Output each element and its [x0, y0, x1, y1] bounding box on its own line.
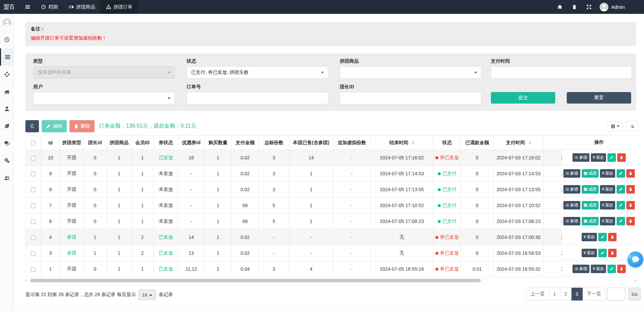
settings-gears-icon[interactable]: [629, 0, 644, 14]
select-all-checkbox[interactable]: [26, 136, 41, 150]
trash-icon[interactable]: [567, 0, 582, 14]
cell-checkbox[interactable]: [26, 214, 41, 229]
refund-button[interactable]: ¥退款: [600, 185, 616, 194]
refresh-button[interactable]: [25, 120, 39, 132]
sidebar-item-bars[interactable]: [0, 48, 14, 66]
sort-icon[interactable]: [412, 141, 414, 145]
delete-button[interactable]: [626, 217, 635, 225]
edit-button[interactable]: [617, 169, 625, 178]
row-checkbox[interactable]: [31, 156, 36, 160]
cell-checkbox[interactable]: [26, 198, 41, 214]
edit-button[interactable]: [617, 185, 625, 194]
cell-checkbox[interactable]: [26, 261, 41, 277]
sidebar-item-users[interactable]: [0, 169, 14, 186]
edit-button[interactable]: [617, 201, 625, 209]
delete-button[interactable]: [617, 153, 626, 162]
search-button[interactable]: [626, 121, 638, 131]
sidebar-item-cubes[interactable]: [0, 66, 14, 83]
cell-checkbox[interactable]: [26, 229, 41, 245]
cell-checkbox[interactable]: [26, 182, 41, 198]
row-checkbox[interactable]: [31, 251, 36, 256]
join-button[interactable]: 参团: [573, 153, 589, 162]
row-checkbox[interactable]: [31, 219, 36, 224]
sidebar-toggle-button[interactable]: [20, 0, 36, 14]
sidebar-item-comments[interactable]: [0, 135, 14, 152]
filter-type-select[interactable]: 没有选中任何项: [33, 66, 175, 79]
page-button-上一页[interactable]: 上一页: [526, 288, 549, 301]
group-button[interactable]: 成团: [582, 201, 599, 209]
refund-button[interactable]: ¥退款: [600, 169, 616, 178]
avatar[interactable]: [600, 3, 608, 12]
edit-button[interactable]: [607, 265, 616, 273]
delete-button[interactable]: [626, 185, 635, 194]
join-button[interactable]: 参团: [563, 185, 580, 194]
refund-button[interactable]: ¥退款: [582, 233, 597, 241]
column-header-end_time[interactable]: 结束时间: [371, 136, 433, 150]
edit-button[interactable]: [598, 233, 607, 241]
delete-button[interactable]: [608, 249, 617, 257]
sidebar-item-cogs[interactable]: [0, 152, 14, 169]
join-button[interactable]: 参团: [573, 265, 589, 273]
chevron-left-icon[interactable]: ‹: [25, 277, 27, 283]
page-button-1[interactable]: 1: [549, 288, 560, 301]
refund-button[interactable]: ¥退款: [591, 265, 606, 273]
row-checkbox[interactable]: [31, 187, 36, 192]
group-button[interactable]: 成团: [582, 169, 599, 178]
page-button-下一页[interactable]: 下一页: [583, 288, 605, 301]
submit-button[interactable]: 提交: [491, 92, 555, 104]
page-size-dropdown[interactable]: 10: [139, 290, 156, 300]
chevron-right-icon[interactable]: ›: [635, 277, 636, 283]
nav-item-拼团商品[interactable]: 拼团商品: [63, 0, 101, 14]
filter-order-no-input[interactable]: [187, 92, 328, 104]
page-button-3[interactable]: 3: [572, 288, 583, 301]
reset-button[interactable]: 重置: [567, 92, 631, 104]
filter-user-select[interactable]: [33, 92, 175, 104]
home-icon[interactable]: [553, 0, 567, 14]
cell-checkbox[interactable]: [26, 245, 41, 261]
checkbox[interactable]: [31, 141, 36, 146]
sidebar-item-avatar[interactable]: [0, 14, 14, 31]
edit-button[interactable]: [607, 153, 616, 162]
row-checkbox[interactable]: [31, 172, 36, 176]
scrollbar-thumb[interactable]: [30, 279, 481, 282]
refund-button[interactable]: ¥退款: [591, 153, 606, 162]
horizontal-scrollbar[interactable]: ‹ ›: [25, 278, 636, 283]
edit-button[interactable]: [598, 249, 607, 257]
refund-button[interactable]: ¥退款: [582, 249, 597, 257]
filter-product-select[interactable]: [340, 66, 481, 79]
column-header-pay_time[interactable]: 支付时间: [494, 136, 544, 150]
go-button[interactable]: Go: [628, 288, 641, 301]
delete-button[interactable]: [626, 201, 635, 209]
join-button[interactable]: 参团: [563, 201, 580, 209]
group-button[interactable]: 成团: [582, 185, 599, 194]
live-chat-widget[interactable]: [627, 251, 643, 267]
sidebar-item-leaf[interactable]: [0, 117, 14, 135]
delete-button[interactable]: [617, 265, 626, 273]
row-checkbox[interactable]: [31, 203, 36, 208]
edit-button[interactable]: [617, 217, 625, 225]
filter-status-select[interactable]: 已支付, 券已发放, 拼团失败: [187, 66, 328, 79]
brand-logo[interactable]: 盟百: [0, 0, 20, 14]
nav-item-档期[interactable]: 档期: [36, 0, 63, 14]
page-jump-input[interactable]: [607, 288, 625, 301]
refund-button[interactable]: ¥退款: [600, 217, 616, 225]
row-checkbox[interactable]: [31, 235, 36, 240]
page-button-2[interactable]: 2: [560, 288, 572, 301]
columns-dropdown-button[interactable]: [608, 121, 623, 131]
sort-icon[interactable]: [528, 141, 531, 145]
delete-button[interactable]: [608, 233, 617, 241]
cell-checkbox[interactable]: [26, 150, 41, 166]
user-name[interactable]: Admin: [611, 4, 625, 10]
nav-item-拼团订单[interactable]: 拼团订单: [101, 0, 138, 14]
sidebar-item-area-chart[interactable]: [0, 83, 14, 100]
sidebar-item-user[interactable]: [0, 100, 14, 117]
delete-button[interactable]: [626, 169, 635, 178]
group-button[interactable]: 成团: [582, 217, 599, 225]
cell-checkbox[interactable]: [26, 166, 41, 182]
expand-icon[interactable]: [582, 0, 596, 14]
edit-button[interactable]: 编辑: [42, 120, 67, 132]
delete-button[interactable]: 删除: [69, 120, 95, 132]
join-button[interactable]: 参团: [563, 169, 580, 178]
row-checkbox[interactable]: [31, 267, 36, 272]
filter-leader-id-input[interactable]: [340, 92, 481, 104]
